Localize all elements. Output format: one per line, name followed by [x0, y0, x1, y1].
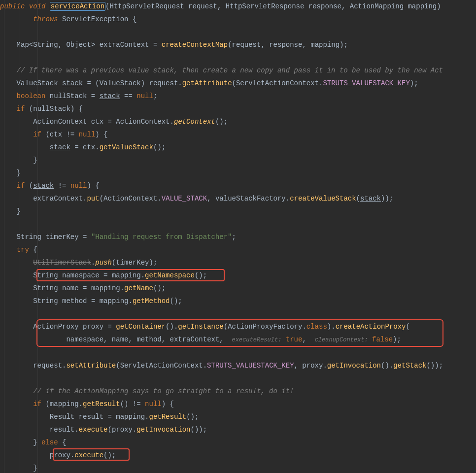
- code-block[interactable]: public void serviceAction(HttpServletReq…: [0, 0, 476, 473]
- comment: // If there was a previous value stack, …: [17, 67, 443, 74]
- keyword-throws: throws: [33, 15, 58, 23]
- keyword-public: public: [0, 2, 25, 10]
- method-name-highlighted[interactable]: serviceAction: [50, 2, 105, 11]
- keyword-void: void: [29, 2, 46, 10]
- comment: // if the ActionMapping says to go strai…: [33, 387, 294, 395]
